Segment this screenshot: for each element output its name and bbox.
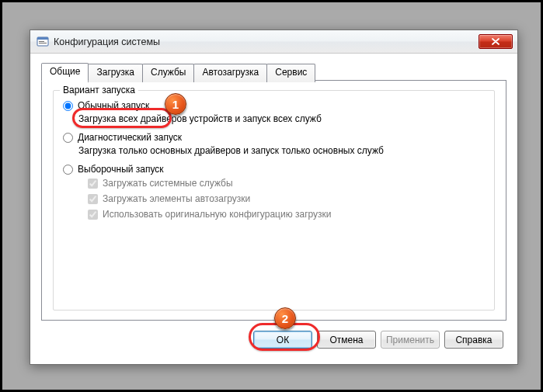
check-load-startup-items: [88, 194, 98, 204]
tab-services[interactable]: Службы: [142, 64, 194, 82]
radio-diagnostic-startup-label[interactable]: Диагностический запуск: [78, 132, 182, 143]
tab-startup[interactable]: Автозагрузка: [193, 64, 267, 82]
svg-rect-2: [39, 41, 44, 42]
close-button[interactable]: [479, 34, 513, 49]
check-use-original-bootcfg: [88, 210, 98, 220]
window-title: Конфигурация системы: [54, 36, 479, 47]
selective-subchecks: Загружать системные службы Загружать эле…: [88, 178, 485, 220]
radio-selective-startup-row: Выборочный запуск: [63, 164, 485, 175]
titlebar[interactable]: Конфигурация системы: [30, 30, 517, 54]
cancel-button[interactable]: Отмена: [317, 331, 376, 349]
radio-diagnostic-startup-row: Диагностический запуск: [63, 132, 485, 143]
help-button[interactable]: Справка: [444, 331, 503, 349]
apply-button: Применить: [381, 331, 440, 349]
tabstrip: Общие Загрузка Службы Автозагрузка Серви…: [41, 63, 511, 82]
radio-normal-startup-label[interactable]: Обычный запуск: [78, 100, 149, 111]
tab-boot[interactable]: Загрузка: [88, 64, 143, 82]
msconfig-dialog: Конфигурация системы Общие Загрузка Служ…: [30, 29, 518, 365]
radio-diagnostic-startup-desc: Загрузка только основных драйверов и зап…: [78, 145, 485, 156]
tab-tools[interactable]: Сервис: [266, 64, 315, 82]
radio-normal-startup-desc: Загрузка всех драйверов устройств и запу…: [78, 113, 485, 124]
radio-diagnostic-startup[interactable]: [63, 133, 73, 143]
radio-selective-startup-label[interactable]: Выборочный запуск: [78, 164, 164, 175]
check-load-system-services-label: Загружать системные службы: [103, 178, 233, 189]
group-title: Вариант запуска: [60, 85, 138, 95]
svg-rect-1: [37, 37, 48, 40]
startup-selection-group: Вариант запуска Обычный запуск Загрузка …: [53, 90, 495, 310]
check-load-startup-items-label: Загружать элементы автозагрузки: [103, 193, 250, 204]
radio-normal-startup[interactable]: [63, 101, 73, 111]
tab-general[interactable]: Общие: [41, 63, 89, 82]
tab-panel-general: Вариант запуска Обычный запуск Загрузка …: [41, 80, 506, 321]
radio-normal-startup-row: Обычный запуск: [63, 100, 485, 111]
svg-rect-3: [39, 43, 47, 43]
ok-button[interactable]: ОК: [253, 331, 312, 349]
check-load-system-services: [88, 179, 98, 189]
radio-selective-startup[interactable]: [63, 165, 73, 175]
app-icon: [37, 36, 49, 48]
button-bar: ОК Отмена Применить Справка: [253, 331, 503, 349]
client-area: Общие Загрузка Службы Автозагрузка Серви…: [37, 58, 511, 358]
check-use-original-bootcfg-label: Использовать оригинальную конфигурацию з…: [103, 209, 332, 220]
